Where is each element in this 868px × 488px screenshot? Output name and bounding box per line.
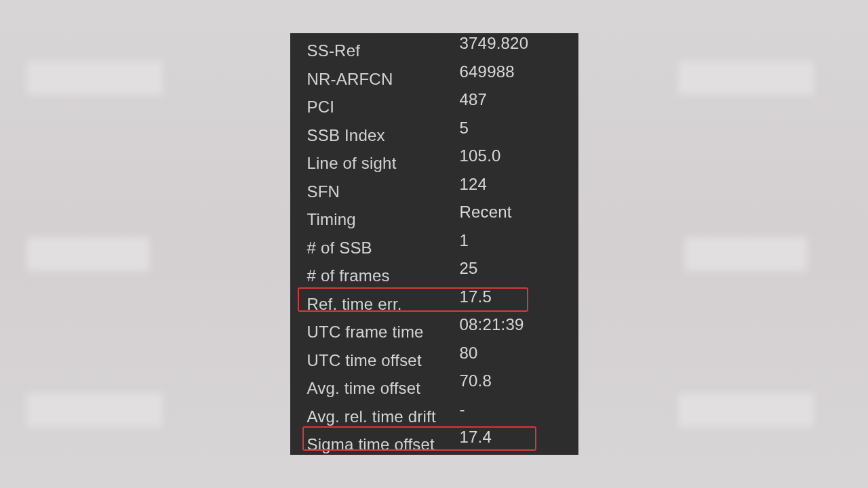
value-ss-ref: 3749.820 bbox=[460, 33, 529, 56]
label-ssb-index: SSB Index bbox=[307, 118, 460, 150]
value-avg-time-offset: 70.8 bbox=[460, 368, 492, 394]
label-utc-frame-time: UTC frame time bbox=[307, 314, 460, 346]
label-ss-ref: SS-Ref bbox=[307, 33, 460, 65]
value-timing: Recent bbox=[460, 199, 512, 225]
label-timing: Timing bbox=[307, 202, 460, 234]
value-utc-time-offset: 80 bbox=[460, 340, 478, 366]
label-sfn: SFN bbox=[307, 174, 460, 206]
row-ssb-index: SSB Index 5 bbox=[290, 118, 578, 146]
value-sigma-time-offset: 17.4 bbox=[460, 424, 492, 450]
label-avg-rel-time-drift: Avg. rel. time drift bbox=[307, 399, 460, 431]
value-pci: 487 bbox=[460, 87, 488, 113]
value-num-frames: 25 bbox=[460, 256, 478, 281]
value-sfn: 124 bbox=[460, 171, 488, 197]
label-utc-time-offset: UTC time offset bbox=[307, 343, 460, 375]
label-num-frames: # of frames bbox=[307, 258, 460, 290]
row-ref-time-err: Ref. time err. 17.5 bbox=[290, 287, 578, 315]
value-utc-frame-time: 08:21:39 bbox=[460, 312, 524, 338]
row-sfn: SFN 124 bbox=[290, 174, 578, 203]
row-timing: Timing Recent bbox=[290, 202, 578, 230]
label-num-ssb: # of SSB bbox=[307, 230, 460, 262]
row-num-ssb: # of SSB 1 bbox=[290, 230, 578, 259]
label-line-of-sight: Line of sight bbox=[307, 146, 460, 178]
row-num-frames: # of frames 25 bbox=[290, 258, 578, 287]
label-nr-arfcn: NR-ARFCN bbox=[307, 62, 460, 94]
row-sigma-time-offset: Sigma time offset 17.4 bbox=[290, 427, 578, 455]
value-num-ssb: 1 bbox=[460, 228, 469, 253]
row-avg-rel-time-drift: Avg. rel. time drift - bbox=[290, 399, 578, 428]
row-utc-frame-time: UTC frame time 08:21:39 bbox=[290, 314, 578, 343]
row-line-of-sight: Line of sight 105.0 bbox=[290, 146, 578, 174]
row-nr-arfcn: NR-ARFCN 649988 bbox=[290, 62, 578, 90]
label-sigma-time-offset: Sigma time offset bbox=[307, 427, 460, 455]
label-ref-time-err: Ref. time err. bbox=[307, 287, 460, 319]
value-ref-time-err: 17.5 bbox=[460, 284, 492, 310]
label-pci: PCI bbox=[307, 89, 460, 121]
row-avg-time-offset: Avg. time offset 70.8 bbox=[290, 371, 578, 399]
row-utc-time-offset: UTC time offset 80 bbox=[290, 343, 578, 371]
label-avg-time-offset: Avg. time offset bbox=[307, 371, 460, 403]
value-avg-rel-time-drift: - bbox=[460, 396, 465, 422]
row-ss-ref: SS-Ref 3749.820 bbox=[290, 33, 578, 62]
value-nr-arfcn: 649988 bbox=[460, 59, 515, 85]
value-ssb-index: 5 bbox=[460, 115, 469, 141]
row-pci: PCI 487 bbox=[290, 89, 578, 118]
value-line-of-sight: 105.0 bbox=[460, 143, 501, 169]
metrics-panel: SS-Ref 3749.820 NR-ARFCN 649988 PCI 487 … bbox=[290, 33, 578, 455]
